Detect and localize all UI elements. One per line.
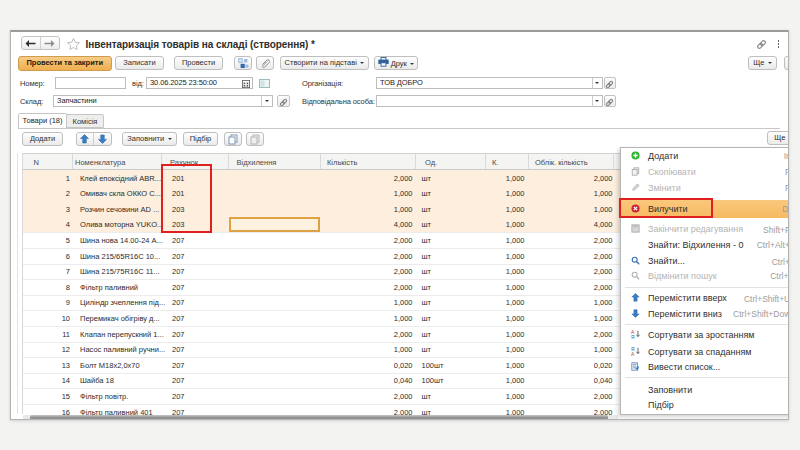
svg-text:А: А [631,352,635,356]
svg-text:Я: Я [631,335,635,339]
